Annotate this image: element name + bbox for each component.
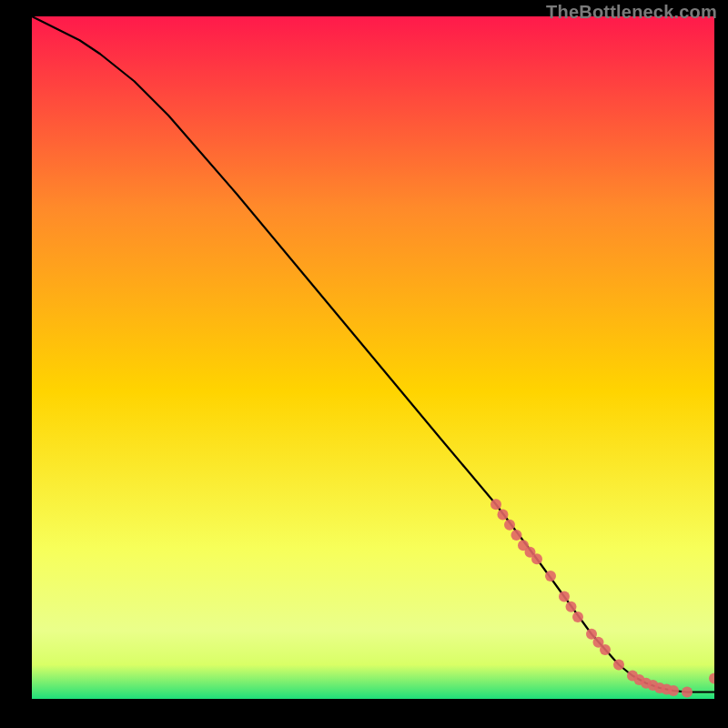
data-point bbox=[511, 530, 522, 541]
chart-plot bbox=[32, 16, 714, 699]
chart-stage: TheBottleneck.com bbox=[0, 0, 728, 728]
chart-svg bbox=[32, 16, 714, 699]
data-point bbox=[498, 510, 509, 521]
data-point bbox=[613, 660, 624, 671]
data-point bbox=[566, 602, 577, 612]
data-point bbox=[600, 644, 611, 655]
data-point bbox=[682, 687, 693, 698]
data-point bbox=[668, 685, 679, 696]
watermark-text: TheBottleneck.com bbox=[546, 2, 717, 23]
data-point bbox=[572, 612, 583, 622]
data-point bbox=[490, 499, 501, 510]
data-point bbox=[559, 592, 570, 602]
data-point bbox=[504, 520, 515, 531]
data-point bbox=[531, 553, 542, 564]
data-point bbox=[545, 571, 556, 581]
